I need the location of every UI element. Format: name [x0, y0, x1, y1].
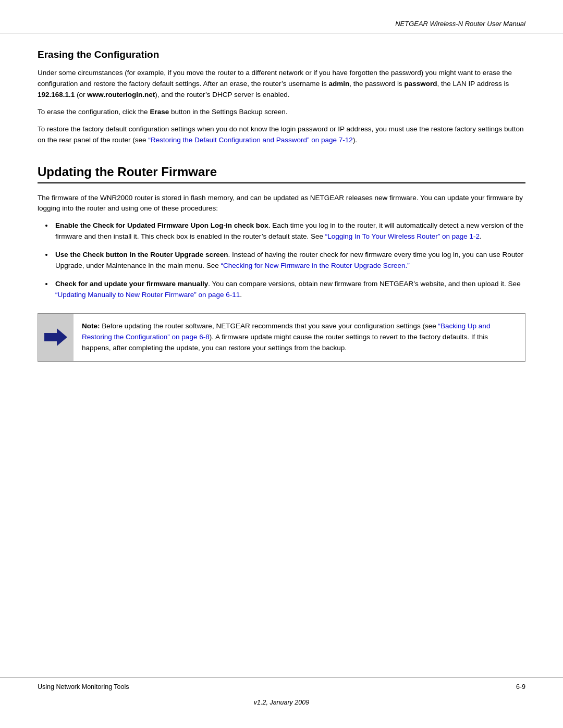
erasing-paragraph3: To restore the factory default configura… [38, 124, 525, 146]
erasing-p2-text2: button in the Settings Backup screen. [169, 108, 287, 116]
erasing-paragraph2: To erase the configuration, click the Er… [38, 107, 525, 118]
arrow-icon [44, 328, 67, 346]
erasing-p1-text4: (or [75, 91, 87, 98]
note-arrow-cell [38, 314, 74, 361]
erasing-heading: Erasing the Configuration [38, 49, 525, 60]
section-updating: Updating the Router Firmware The firmwar… [38, 165, 525, 362]
note-content: Note: Before updating the router softwar… [74, 314, 525, 361]
bullet2-bold: Use the Check button in the Router Upgra… [55, 251, 228, 258]
page-header: NETGEAR Wireless-N Router User Manual [0, 0, 563, 33]
erasing-username: admin [329, 80, 350, 88]
bullet3-link[interactable]: “Updating Manually to New Router Firmwar… [55, 291, 240, 299]
updating-intro: The firmware of the WNR2000 router is st… [38, 193, 525, 215]
erasing-p2-text1: To erase the configuration, click the [38, 108, 150, 116]
erasing-p1-text2: , the password is [349, 80, 404, 88]
bullet1-link[interactable]: “Logging In To Your Wireless Router” on … [325, 232, 480, 240]
note-bold: Note: [82, 322, 100, 330]
bullet3-text: . You can compare versions, obtain new f… [208, 280, 520, 288]
erasing-p1-text3: , the LAN IP address is [437, 80, 509, 88]
footer-inner: Using Network Monitoring Tools 6-9 [38, 683, 525, 690]
erasing-p3-text2: ). [353, 136, 357, 144]
bullet-item-2: Use the Check button in the Router Upgra… [53, 250, 525, 272]
bullet-item-1: Enable the Check for Updated Firmware Up… [53, 220, 525, 242]
erasing-ip: 192.168.1.1 [38, 91, 75, 98]
page-footer: Using Network Monitoring Tools 6-9 v1.2,… [0, 677, 563, 706]
footer-version: v1.2, January 2009 [254, 699, 309, 706]
erasing-p1-text5: ), and the router’s DHCP server is enabl… [155, 91, 289, 98]
updating-heading: Updating the Router Firmware [38, 165, 525, 183]
erasing-password: password [404, 80, 437, 88]
note-text1: Before updating the router software, NET… [100, 322, 438, 330]
bullet-list: Enable the Check for Updated Firmware Up… [53, 220, 525, 301]
section-erasing: Erasing the Configuration Under some cir… [38, 49, 525, 146]
page-container: NETGEAR Wireless-N Router User Manual Er… [0, 0, 563, 728]
erasing-url: www.routerlogin.net [87, 91, 155, 98]
bullet3-end: . [240, 291, 242, 299]
bullet-item-3: Check for and update your firmware manua… [53, 279, 525, 301]
svg-marker-0 [44, 328, 67, 346]
main-content: Erasing the Configuration Under some cir… [0, 49, 563, 403]
erasing-link1[interactable]: “Restoring the Default Configuration and… [148, 136, 352, 144]
erasing-erase-bold: Erase [150, 108, 169, 116]
bullet3-bold: Check for and update your firmware manua… [55, 280, 208, 288]
bullet1-end: . [480, 232, 482, 240]
erasing-paragraph1: Under some circumstances (for example, i… [38, 68, 525, 101]
footer-version-row: v1.2, January 2009 [38, 694, 525, 706]
footer-page-number: 6-9 [516, 683, 525, 690]
note-box: Note: Before updating the router softwar… [38, 313, 525, 362]
bullet2-link[interactable]: “Checking for New Firmware in the Router… [221, 262, 409, 269]
header-title: NETGEAR Wireless-N Router User Manual [395, 20, 525, 28]
footer-left: Using Network Monitoring Tools [38, 683, 129, 690]
bullet1-bold: Enable the Check for Updated Firmware Up… [55, 221, 268, 229]
